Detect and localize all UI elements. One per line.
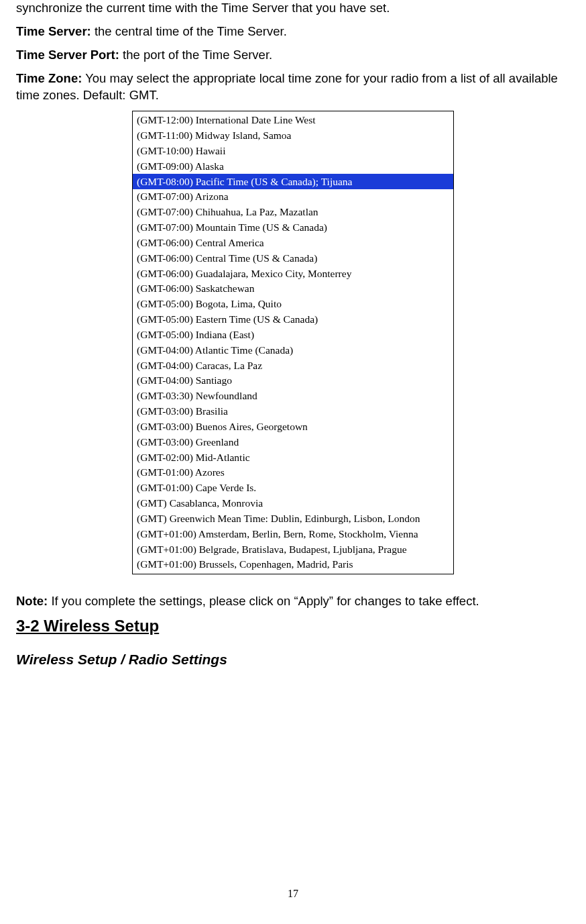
timezone-option[interactable]: (GMT-06:00) Saskatchewan <box>133 281 453 297</box>
timezone-option[interactable]: (GMT+01:00) Brussels, Copenhagen, Madrid… <box>133 557 453 572</box>
text-time-zone: You may select the appropriate local tim… <box>16 71 558 102</box>
note-text: If you complete the settings, please cli… <box>48 594 479 608</box>
timezone-option[interactable]: (GMT-07:00) Mountain Time (US & Canada) <box>133 220 453 236</box>
timezone-option[interactable]: (GMT-11:00) Midway Island, Samoa <box>133 128 453 144</box>
label-time-server-port: Time Server Port: <box>16 48 119 62</box>
timezone-option[interactable]: (GMT-09:00) Alaska <box>133 158 453 174</box>
timezone-option[interactable]: (GMT+01:00) Belgrade, Bratislava, Budape… <box>133 542 453 557</box>
timezone-option[interactable]: (GMT-05:00) Eastern Time (US & Canada) <box>133 312 453 327</box>
text-time-server: the central time of the Time Server. <box>91 24 287 38</box>
note-paragraph: Note: If you complete the settings, plea… <box>16 593 570 610</box>
timezone-option[interactable]: (GMT-06:00) Guadalajara, Mexico City, Mo… <box>133 266 453 281</box>
timezone-option[interactable]: (GMT) Casablanca, Monrovia <box>133 496 453 511</box>
timezone-listbox-container: (GMT-12:00) International Date Line West… <box>16 111 570 574</box>
subsection-heading-radio-settings: Wireless Setup / Radio Settings <box>16 652 570 668</box>
timezone-option[interactable]: (GMT-04:00) Santiago <box>133 373 453 389</box>
document-page: synchronize the current time with the Ti… <box>0 0 586 924</box>
timezone-option[interactable]: (GMT-04:00) Caracas, La Paz <box>133 358 453 373</box>
timezone-option[interactable]: (GMT-01:00) Azores <box>133 465 453 480</box>
timezone-option[interactable]: (GMT-03:30) Newfoundland <box>133 389 453 404</box>
section-heading-wireless-setup: 3-2 Wireless Setup <box>16 617 570 635</box>
field-time-server-port: Time Server Port: the port of the Time S… <box>16 47 570 64</box>
intro-paragraph: synchronize the current time with the Ti… <box>16 0 570 17</box>
timezone-option[interactable]: (GMT-07:00) Chihuahua, La Paz, Mazatlan <box>133 205 453 220</box>
label-time-server: Time Server: <box>16 24 91 38</box>
timezone-option[interactable]: (GMT-12:00) International Date Line West <box>133 113 453 128</box>
timezone-option[interactable]: (GMT-04:00) Atlantic Time (Canada) <box>133 342 453 358</box>
timezone-option[interactable]: (GMT) Greenwich Mean Time: Dublin, Edinb… <box>133 511 453 526</box>
timezone-option[interactable]: (GMT-06:00) Central America <box>133 235 453 250</box>
timezone-listbox[interactable]: (GMT-12:00) International Date Line West… <box>132 111 454 574</box>
timezone-option[interactable]: (GMT-07:00) Arizona <box>133 189 453 205</box>
field-time-zone: Time Zone: You may select the appropriat… <box>16 70 570 104</box>
text-time-server-port: the port of the Time Server. <box>119 48 272 62</box>
timezone-option[interactable]: (GMT-03:00) Greenland <box>133 434 453 450</box>
timezone-option[interactable]: (GMT-05:00) Bogota, Lima, Quito <box>133 297 453 312</box>
field-time-server: Time Server: the central time of the Tim… <box>16 23 570 40</box>
label-time-zone: Time Zone: <box>16 71 82 85</box>
note-label: Note: <box>16 594 48 608</box>
timezone-option[interactable]: (GMT+01:00) Amsterdam, Berlin, Bern, Rom… <box>133 526 453 542</box>
timezone-option[interactable]: (GMT-10:00) Hawaii <box>133 144 453 159</box>
timezone-option[interactable]: (GMT-02:00) Mid-Atlantic <box>133 450 453 465</box>
timezone-option[interactable]: (GMT-03:00) Buenos Aires, Georgetown <box>133 419 453 434</box>
timezone-option[interactable]: (GMT-08:00) Pacific Time (US & Canada); … <box>133 174 453 189</box>
timezone-option[interactable]: (GMT-05:00) Indiana (East) <box>133 327 453 342</box>
timezone-option[interactable]: (GMT-03:00) Brasilia <box>133 404 453 419</box>
page-number: 17 <box>0 888 586 900</box>
timezone-option[interactable]: (GMT-06:00) Central Time (US & Canada) <box>133 250 453 266</box>
timezone-option[interactable]: (GMT-01:00) Cape Verde Is. <box>133 480 453 496</box>
